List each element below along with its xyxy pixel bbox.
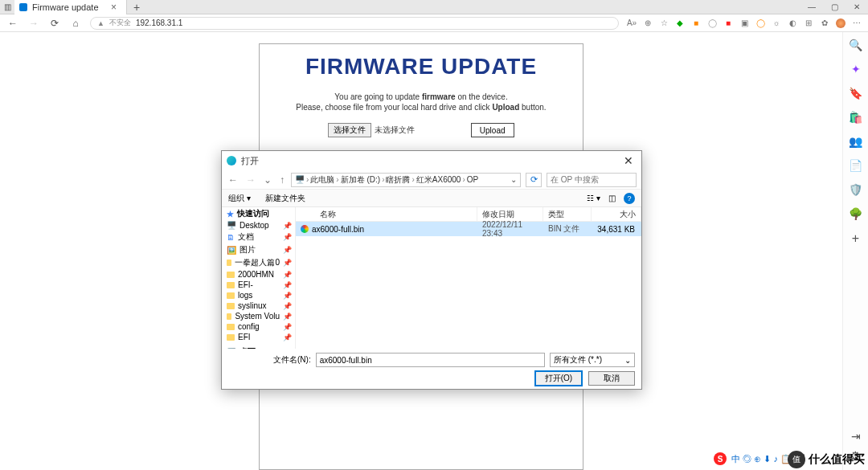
folder-icon [227,324,235,330]
instruction-line-2: Please, choose file from your local hard… [268,103,575,112]
folder-icon [227,282,235,288]
pin-icon: 📌 [283,246,293,254]
nav-fwd-button[interactable]: → [244,174,257,186]
people-icon[interactable]: 👥 [849,135,862,148]
pin-icon: 📌 [283,281,293,289]
pin-icon: 📌 [283,233,293,241]
office-icon[interactable]: 📄 [849,159,862,172]
pin-icon: 📌 [283,313,293,321]
maximize-button[interactable]: ▢ [823,0,845,14]
toolbar-icons: A» ⊕ ☆ ◆ ■ ◯ ■ ▣ ◯ ☼ ◐ ⊞ ✿ ⋯ [627,18,862,28]
open-button[interactable]: 打开(O) [535,371,582,386]
sidebar-toggle-icon[interactable]: ⇥ [851,430,861,443]
shopping-tag-icon[interactable]: 🔖 [849,87,862,100]
pin-icon: 📌 [283,292,293,300]
forward-button[interactable]: → [27,17,40,30]
sogou-icon[interactable]: S [714,452,727,465]
url-input[interactable]: ▲ 不安全 192.168.31.1 [90,17,619,30]
page-title: FIRMWARE UPDATE [268,54,575,80]
folder-icon [227,303,235,309]
eco-icon[interactable]: 🌳 [849,207,862,220]
pin-icon: 📌 [283,271,293,279]
pin-icon: 📌 [283,259,293,267]
url-text: 192.168.31.1 [136,18,182,27]
favicon-icon [19,3,27,11]
view-menu-icon[interactable]: ☷ ▾ [587,194,600,202]
back-button[interactable]: ← [6,17,19,30]
extension-6-icon[interactable]: ◯ [755,18,765,28]
edge-icon [227,156,236,166]
nav-recent-button[interactable]: ⌄ [262,174,273,186]
collections-icon[interactable]: ⊞ [804,18,813,28]
upload-button[interactable]: Upload [471,123,514,137]
filename-input[interactable] [316,353,545,367]
tab-title: Firmware update [32,2,99,12]
security-icon[interactable]: 🛡️ [849,183,862,196]
refresh-folder-button[interactable]: ⟳ [526,173,542,187]
extension-3-icon[interactable]: ◯ [707,18,717,28]
preview-pane-icon[interactable]: ◫ [608,194,616,202]
folder-tree[interactable]: ★快速访问 🖥️Desktop📌 🗎文档📌 🖼️图片📌 一拳超人篇0📌 2000… [222,207,296,349]
not-secure-icon: ▲ [97,19,104,27]
search-icon[interactable]: 🔍 [849,39,862,51]
star-icon: ★ [227,210,234,219]
pin-icon: 📌 [283,333,293,341]
chevron-down-icon: ⌄ [624,356,631,365]
desktop-icon: 🖥️ [227,348,236,349]
help-icon[interactable]: ? [624,193,635,204]
folder-icon [227,313,231,320]
search-input[interactable] [547,173,637,187]
home-button[interactable]: ⌂ [69,17,82,30]
brand-text: 什么值得买 [809,452,865,467]
breadcrumb[interactable]: 🖥️ ›此电脑 ›新加卷 (D:) ›瞎折腾 ›红米AX6000 ›OP ⌄ [291,173,521,187]
extension-8-icon[interactable]: ◐ [788,18,797,28]
close-window-button[interactable]: ✕ [845,0,868,14]
address-bar: ← → ⟳ ⌂ ▲ 不安全 192.168.31.1 A» ⊕ ☆ ◆ ■ ◯ … [0,14,868,32]
filename-label: 文件名(N): [273,354,311,366]
nav-up-button[interactable]: ↑ [278,174,286,186]
browser-tab-active[interactable]: Firmware update × [14,0,127,14]
pin-icon: 📌 [283,302,293,310]
new-folder-button[interactable]: 新建文件夹 [265,193,305,204]
extension-7-icon[interactable]: ☼ [772,18,781,28]
favorite-icon[interactable]: ☆ [659,18,669,28]
pin-icon: 📌 [283,323,293,331]
extensions-icon[interactable]: ✿ [820,18,829,28]
profile-avatar[interactable] [836,18,845,28]
doc-icon: 🗎 [227,233,235,242]
extension-1-icon[interactable]: ◆ [675,18,685,28]
new-tab-button[interactable]: + [127,1,146,14]
watermark: 值 什么值得买 [788,451,865,468]
nav-back-button[interactable]: ← [227,174,240,186]
read-aloud-icon[interactable]: A» [627,18,637,28]
cancel-button[interactable]: 取消 [588,371,635,386]
organize-menu[interactable]: 组织 ▾ [228,193,251,204]
file-filter-select[interactable]: 所有文件 (*.*)⌄ [550,353,635,367]
choose-file-button[interactable]: 选择文件 [328,123,371,137]
column-headers[interactable]: 名称 修改日期 类型 大小 [296,207,641,222]
not-secure-label: 不安全 [109,18,131,28]
edge-sidebar: 🔍 ✦ 🔖 🛍️ 👥 📄 🛡️ 🌳 + ⇥ ⚙ [842,32,868,470]
pic-icon: 🖼️ [227,246,236,255]
extension-2-icon[interactable]: ■ [691,18,701,28]
file-status-label: 未选择文件 [375,125,415,134]
folder-icon [227,260,231,266]
add-sidebar-icon[interactable]: + [852,231,859,246]
file-row-selected[interactable]: ax6000-full.bin 2022/12/11 23:43 BIN 文件 … [296,222,641,236]
dialog-close-button[interactable]: ✕ [620,154,637,167]
extension-5-icon[interactable]: ▣ [739,18,749,28]
tab-actions-icon[interactable]: ▥ [0,0,14,14]
menu-button[interactable]: ⋯ [852,18,862,28]
instruction-line-1: You are going to update firmware on the … [268,92,575,101]
close-tab-icon[interactable]: × [111,2,117,13]
minimize-button[interactable]: — [800,0,823,14]
brand-logo-icon: 值 [788,451,805,468]
pc-icon: 🖥️ [295,175,305,184]
file-open-dialog: 打开 ✕ ← → ⌄ ↑ 🖥️ ›此电脑 ›新加卷 (D:) ›瞎折腾 ›红米A… [221,150,642,390]
shopping-bag-icon[interactable]: 🛍️ [849,111,862,124]
chevron-down-icon[interactable]: ⌄ [510,175,517,184]
discover-icon[interactable]: ✦ [851,63,861,76]
refresh-button[interactable]: ⟳ [48,17,61,30]
zoom-icon[interactable]: ⊕ [643,18,653,28]
extension-4-icon[interactable]: ■ [723,18,733,28]
